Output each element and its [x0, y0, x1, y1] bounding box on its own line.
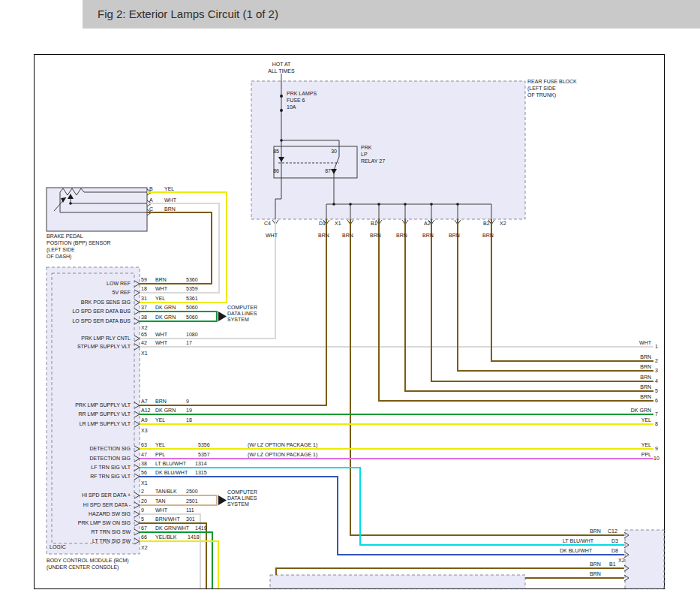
data-lines-arrow-2	[218, 495, 227, 505]
bcm-pin-number: 18	[141, 286, 147, 292]
wire-end-number: 4	[655, 378, 658, 384]
circuit-number: 2500	[186, 489, 198, 495]
wire-color-label: BRN	[482, 233, 494, 239]
bcm-pin-number: A7	[141, 399, 148, 405]
option-note: (W/ LZ OPTION PACKAGE 1)	[248, 442, 317, 448]
bcm-pin-function: PRK LMP RLY CNTL	[50, 336, 131, 342]
wire-brn-3	[458, 219, 653, 371]
bcm-pin-function: BRK POS SENS SIG	[50, 300, 131, 306]
bottom-component-box	[270, 575, 525, 588]
wire-color-label: YEL	[608, 417, 651, 423]
wire-color-label: PPL	[155, 452, 165, 458]
rear-lamp-connector-box	[625, 530, 664, 588]
junction-dot	[280, 139, 283, 142]
bcm-pin-number: 20	[141, 498, 147, 504]
connector-pin-b1: B1	[371, 221, 377, 227]
bcm-pin-function: LR LMP SUPPLY VLT	[50, 421, 131, 427]
circuit-number: 111	[186, 507, 194, 513]
connector-x2-label: X2	[618, 558, 625, 564]
computer-label-2: SYSTEM	[227, 501, 249, 507]
bcm-pin-function: HAZARD SW SIG	[50, 511, 131, 517]
wire-color-label: YEL/BLK	[155, 534, 176, 540]
wire-color-label: BRN	[342, 233, 353, 239]
circuit-number: 5361	[186, 296, 198, 302]
wire-wht-5359	[140, 203, 219, 293]
circuit-number: 9	[186, 399, 189, 405]
circuit-number: 1419	[195, 525, 207, 531]
bcm-connector-label: X1	[141, 480, 148, 486]
bcm-pin-function: PRK LMP SUPPLY VLT	[50, 402, 131, 408]
wire-end-number: 10	[653, 456, 659, 462]
computer-label-2: DATA LINES	[227, 495, 257, 501]
circuit-number: 5360	[186, 277, 198, 283]
bcm-pin-function: RT TRN SIG SW	[50, 529, 131, 535]
fuse-rating: 10A	[287, 104, 296, 110]
fuse-block-name-3: OF TRUNK)	[527, 92, 556, 98]
bcm-pin-number: 56	[141, 470, 147, 476]
wire-color-label: YEL	[155, 296, 165, 302]
computer-label-1: SYSTEM	[227, 317, 249, 323]
bcm-pin-number: 59	[141, 277, 147, 283]
circuit-number: 5060	[186, 315, 198, 321]
bcm-pin-function: STPLMP SUPPLY VLT	[50, 344, 131, 350]
wire-color-label: LT BLU/WHT	[155, 461, 186, 467]
connector-x1: X1	[335, 221, 341, 227]
wire-color-label: WHT	[155, 507, 167, 513]
wire-color-label: YEL	[155, 442, 165, 448]
relay-pin-30: 30	[325, 149, 337, 155]
connector-pin-d3: D3	[611, 538, 618, 544]
wire-color-label: DK GRN/WHT	[155, 525, 189, 531]
bcm-pin-number: 31	[141, 296, 147, 302]
relay-pin-87: 87	[319, 168, 331, 174]
connector-pin-b1: B1	[609, 561, 616, 567]
sensor-name-2: POSITION (BPP) SENSOR	[47, 240, 111, 246]
bcm-pin-number: 63	[141, 442, 147, 448]
fuse-terminal-top	[280, 95, 283, 98]
wire-color-label: YEL	[608, 442, 651, 448]
relay-name-3: RELAY 27	[361, 158, 385, 164]
all-times-label: ALL TIMES	[259, 68, 304, 74]
data-lines-arrow-1	[218, 312, 227, 321]
fuse-block-name-2: (LEFT SIDE	[527, 86, 556, 92]
bcm-pin-function: LT TRN SIG SW	[50, 538, 131, 544]
wire-color-label: LT BLU/WHT	[563, 538, 593, 544]
bcm-pin-function: RF TRN SIG VLT	[50, 474, 131, 480]
wire-brn-to-c12	[350, 219, 624, 535]
connector-pin-a2: A2	[424, 221, 431, 227]
bcm-pin-function: HI SPD SER DATA +	[50, 492, 131, 498]
wire-end-number: 8	[655, 421, 658, 427]
relay-pin-85: 85	[267, 149, 279, 155]
bcm-name-1: BODY CONTROL MODULE (BCM)	[47, 558, 129, 564]
bcm-pin-function: DETECTION SIG	[50, 456, 131, 462]
bcm-name-2: (UNDER CENTER CONSOLE)	[47, 564, 119, 570]
sensor-name-3: (LEFT SIDE	[47, 247, 75, 253]
circuit-number: 5356	[198, 442, 210, 448]
bcm-pin-number: 5	[141, 516, 144, 522]
circuit-number: 5060	[186, 305, 198, 311]
wire-end-number: 7	[655, 411, 658, 417]
wire-dkgrn-5060-pair	[140, 312, 217, 321]
wiring-diagram-page: Fig 2: Exterior Lamps Circuit (1 of 2)	[0, 0, 700, 599]
circuit-number: 1314	[195, 461, 207, 467]
fuse-name: PRK LAMPS	[287, 91, 317, 97]
bcm-pin-function: LO SPD SER DATA BUS	[50, 318, 131, 324]
wire-color-label: BRN	[396, 233, 407, 239]
fuse-block-connector-chevrons	[272, 220, 494, 224]
wire-brn-bottom-1	[276, 568, 624, 575]
connector-pin-c12: C12	[608, 528, 617, 534]
bcm-pin-function: HI SPD SER DATA -	[50, 502, 131, 508]
wire-color-label: TAN/BLK	[155, 489, 177, 495]
wire-end-number: 9	[655, 446, 658, 452]
wire-color-label: BRN	[608, 384, 651, 390]
wire-color-label: BRN	[608, 394, 651, 400]
bcm-pin-function: 5V REF	[50, 290, 131, 296]
bcm-pin-number: A9	[141, 417, 148, 423]
connector-pin-d8: D8	[611, 548, 618, 554]
option-note: (W/ LZ OPTION PACKAGE 1)	[248, 452, 317, 458]
wire-brnwht-301	[140, 523, 206, 588]
bcm-pin-function: LF TRN SIG VLT	[50, 465, 131, 471]
fuse-id: FUSE 6	[287, 98, 305, 104]
wire-color-label: YEL	[164, 186, 174, 192]
wire-color-label: BRN	[608, 375, 651, 381]
wire-color-label: BRN	[422, 233, 434, 239]
